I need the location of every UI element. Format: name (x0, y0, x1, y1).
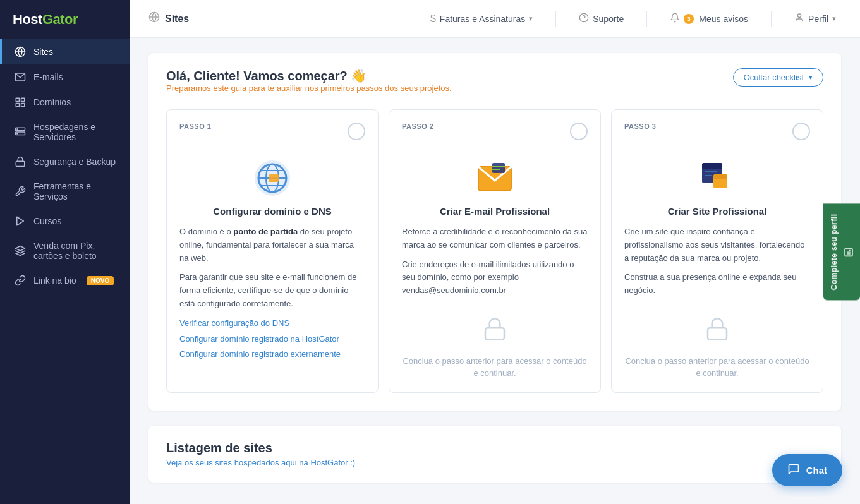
lock-icon (15, 156, 26, 167)
grid-icon (15, 97, 26, 108)
credit-icon (15, 245, 26, 256)
step-3-header: PASSO 3 (624, 123, 810, 140)
sidebar-label-ferramentas: Ferramentas e Serviços (33, 181, 117, 201)
step-1-link-1[interactable]: Verificar configuração do DNS (179, 317, 365, 330)
complete-profile-label: Complete seu perfil (830, 214, 839, 291)
step-2-body-visible: Reforce a credibilidade e o reconhecimen… (402, 225, 588, 304)
ocultar-label: Ocultar checklist (744, 73, 804, 82)
step-1-link-3[interactable]: Configurar domínio registrado externamen… (179, 348, 365, 361)
sidebar-nav: Sites E-mails Domínios Hospedagens e Ser… (0, 39, 130, 504)
sidebar-label-venda: Venda com Pix, cartões e boleto (33, 241, 117, 261)
topbar-nav: $ Faturas e Assinaturas ▾ Suporte 3 Meus… (425, 11, 841, 27)
email-icon (475, 158, 515, 198)
welcome-header: Olá, Cliente! Vamos começar? 👋 Preparamo… (166, 68, 823, 105)
svg-point-9 (17, 129, 18, 130)
sidebar: HostGator Sites E-mails Domínios Hosped (0, 0, 130, 504)
sidebar-item-linkbio[interactable]: Link na bio NOVO (0, 268, 130, 293)
ocultar-chevron: ▾ (809, 73, 813, 81)
step-2-circle (570, 123, 588, 140)
globe-icon (15, 46, 26, 57)
step-1-header: PASSO 1 (179, 123, 365, 140)
main-area: Sites $ Faturas e Assinaturas ▾ Suporte … (130, 0, 860, 504)
listagem-subtitle: Veja os seus sites hospedados aqui na Ho… (166, 458, 823, 467)
page-title-area: Sites (148, 11, 189, 26)
step-3-icon (624, 148, 810, 206)
sidebar-label-hospedagens: Hospedagens e Servidores (33, 122, 117, 142)
svg-rect-6 (21, 104, 25, 107)
suporte-label: Suporte (593, 14, 624, 24)
divider-3 (771, 11, 772, 27)
step-2-p2: Crie endereços de e-mail ilimitados util… (402, 258, 588, 297)
step-1-title: Configurar domínio e DNS (179, 206, 365, 217)
listagem-subtitle-prefix: Veja os seus sites hospedados aqui na (166, 458, 310, 467)
notification-badge: 3 (684, 14, 694, 24)
sidebar-label-seguranca: Segurança e Backup (33, 157, 116, 167)
sidebar-label-sites: Sites (33, 47, 53, 57)
step-2-header: PASSO 2 (402, 123, 588, 140)
dns-icon (252, 158, 293, 198)
sidebar-label-linkbio: Link na bio (33, 275, 76, 285)
chat-icon (787, 463, 800, 477)
listagem-subtitle-suffix: :) (348, 458, 356, 467)
user-icon (794, 13, 804, 25)
step-1-label: PASSO 1 (179, 123, 211, 130)
content-area: Olá, Cliente! Vamos começar? 👋 Preparamo… (130, 38, 860, 504)
svg-rect-24 (269, 174, 279, 182)
sidebar-label-cursos: Cursos (33, 216, 61, 226)
sidebar-item-seguranca[interactable]: Segurança e Backup (0, 149, 130, 174)
lock-2-icon (482, 316, 507, 347)
step-2-p1: Reforce a credibilidade e o reconhecimen… (402, 225, 588, 252)
step-1-link-2[interactable]: Configurar domínio registrado na HostGat… (179, 333, 365, 346)
listagem-section: Listagem de sites Veja os seus sites hos… (148, 426, 841, 483)
step-2-title: Criar E-mail Profissional (402, 206, 588, 217)
sidebar-item-venda[interactable]: Venda com Pix, cartões e boleto (0, 234, 130, 268)
welcome-subtitle: Preparamos este guia para te auxiliar no… (166, 83, 452, 93)
svg-rect-30 (485, 328, 504, 339)
divider-2 (646, 11, 647, 27)
step-3-lock: Conclua o passo anterior para acessar o … (624, 316, 810, 380)
sidebar-label-emails: E-mails (33, 72, 63, 82)
avisos-menu[interactable]: 3 Meus avisos (665, 13, 753, 25)
step-card-3: PASSO 3 Criar S (611, 109, 823, 393)
svg-rect-27 (492, 163, 505, 173)
sidebar-item-cursos[interactable]: Cursos (0, 208, 130, 234)
step-2-lock-text: Conclua o passo anterior para acessar o … (402, 355, 588, 380)
svg-rect-5 (16, 104, 19, 107)
brand-logo: HostGator (0, 0, 130, 39)
ocultar-checklist-button[interactable]: Ocultar checklist ▾ (733, 68, 823, 87)
suporte-menu[interactable]: Suporte (574, 13, 629, 25)
topbar: Sites $ Faturas e Assinaturas ▾ Suporte … (130, 0, 860, 38)
svg-rect-32 (702, 163, 722, 169)
server-icon (15, 126, 26, 138)
perfil-menu[interactable]: Perfil ▾ (789, 13, 841, 25)
step-2-icon (402, 148, 588, 206)
chat-button[interactable]: Chat (772, 454, 842, 486)
step-2-lock: Conclua o passo anterior para acessar o … (402, 316, 588, 380)
complete-profile-tab[interactable]: Complete seu perfil (823, 204, 860, 301)
page-globe-icon (148, 11, 160, 26)
faturas-menu[interactable]: $ Faturas e Assinaturas ▾ (425, 13, 538, 25)
tool-icon (15, 186, 26, 197)
step-3-label: PASSO 3 (624, 123, 656, 130)
step-1-body: O domínio é o ponto de partida do seu pr… (179, 225, 365, 361)
step-1-icon (179, 148, 365, 206)
page-title: Sites (165, 13, 189, 25)
question-icon (579, 13, 589, 25)
step-3-lock-text: Conclua o passo anterior para acessar o … (624, 355, 810, 380)
step-3-p2: Construa a sua presença online e expanda… (624, 271, 810, 297)
sidebar-item-hospedagens[interactable]: Hospedagens e Servidores (0, 115, 130, 149)
sidebar-item-sites[interactable]: Sites (0, 39, 130, 64)
faturas-chevron: ▾ (529, 15, 533, 23)
play-icon (15, 215, 26, 227)
step-1-p2: Para garantir que seu site e e-mail func… (179, 271, 365, 310)
sidebar-item-emails[interactable]: E-mails (0, 64, 130, 90)
sidebar-item-ferramentas[interactable]: Ferramentas e Serviços (0, 174, 130, 208)
perfil-label: Perfil (808, 14, 828, 24)
welcome-card: Olá, Cliente! Vamos começar? 👋 Preparamo… (148, 53, 841, 411)
sidebar-item-dominios[interactable]: Domínios (0, 90, 130, 115)
welcome-title: Olá, Cliente! Vamos começar? 👋 (166, 68, 452, 83)
bell-icon (670, 13, 680, 25)
step-3-circle (792, 123, 810, 140)
avisos-label: Meus avisos (699, 14, 748, 24)
perfil-chevron: ▾ (832, 15, 836, 23)
